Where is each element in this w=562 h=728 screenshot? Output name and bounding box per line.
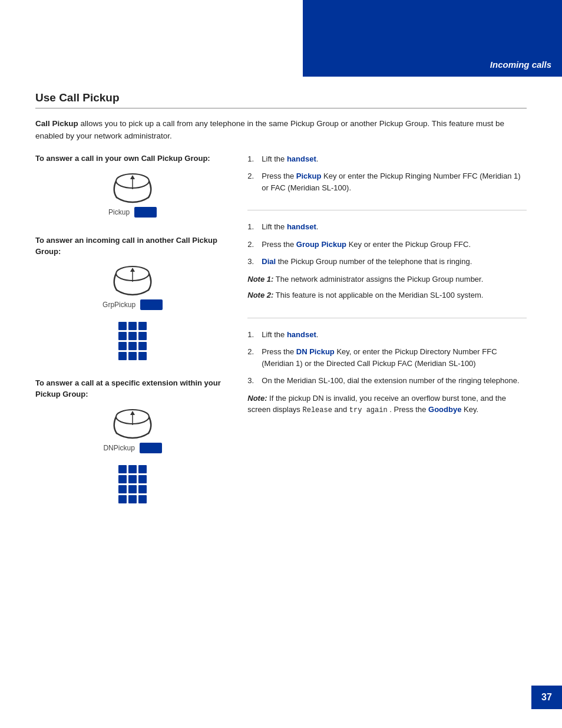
specific-ext-steps-list: 1. Lift the handset. 2. Press the DN Pic… <box>247 329 527 387</box>
release-mono: Release <box>302 406 332 414</box>
handset-link-1: handset <box>287 154 316 163</box>
final-note-key: Key. <box>464 405 478 414</box>
key-4 <box>118 332 127 340</box>
grppickup-label: GrpPickup <box>103 301 135 309</box>
step-text-5: Dial the Pickup Group number of the tele… <box>262 256 527 268</box>
dnpickup-label: DNPickup <box>103 444 134 452</box>
step-num-1: 1. <box>247 153 258 165</box>
another-group-steps-list: 1. Lift the handset. 2. Press the Group … <box>247 221 527 268</box>
page-number-badge: 37 <box>531 686 562 709</box>
step-num-2: 2. <box>247 170 258 182</box>
key-6b <box>138 475 147 483</box>
key-1b <box>118 465 127 473</box>
key-5 <box>128 332 137 340</box>
handset-link-3: handset <box>287 330 316 339</box>
step-num-3: 1. <box>247 221 258 233</box>
note-1: Note 1: The network administrator assign… <box>247 274 527 285</box>
goodbye-link: Goodbye <box>428 405 461 414</box>
svg-marker-5 <box>130 268 135 272</box>
key-1 <box>118 322 127 330</box>
grppickup-key-btn <box>140 299 163 310</box>
keypad-wrap-3 <box>35 459 230 503</box>
step-text-8: On the Meridian SL-100, dial the extensi… <box>262 375 527 387</box>
two-column-layout: To answer a call in your own Call Pickup… <box>35 153 527 521</box>
key-7 <box>118 342 127 350</box>
keypad-grid-2 <box>118 322 147 360</box>
header-banner: Incoming calls <box>303 0 562 77</box>
intro-paragraph: Call Pickup allows you to pick up a call… <box>35 118 518 143</box>
step-text-7: Press the DN Pickup Key, or enter the Pi… <box>262 346 527 369</box>
note-1-label: Note 1: <box>247 275 273 284</box>
subsection-own-group-label: To answer a call in your own Call Pickup… <box>35 153 230 164</box>
page-number: 37 <box>541 692 552 703</box>
subsection-another-group: To answer an incoming call in another Ca… <box>35 235 230 361</box>
intro-bold: Call Pickup <box>35 119 78 128</box>
key-8 <box>128 342 137 350</box>
right-column: 1. Lift the handset. 2. Press the Pickup… <box>242 153 527 521</box>
key-2b <box>128 465 137 473</box>
key-11b <box>128 495 137 503</box>
pickup-key-btn <box>134 207 157 218</box>
steps-own-group: 1. Lift the handset. 2. Press the Pickup… <box>247 153 527 194</box>
phone-svg-3 <box>106 407 159 440</box>
left-column: To answer a call in your own Call Pickup… <box>35 153 242 521</box>
final-note-label: Note: <box>247 394 267 403</box>
subsection-another-group-label: To answer an incoming call in another Ca… <box>35 235 230 258</box>
pickup-link: Pickup <box>296 172 322 180</box>
step-num-5: 3. <box>247 256 258 268</box>
key-7b <box>118 485 127 493</box>
key-3b <box>138 465 147 473</box>
step-num-8: 3. <box>247 375 258 387</box>
tryagain-mono: try again <box>349 406 388 414</box>
step-text-3: Lift the handset. <box>262 221 527 233</box>
section-title: Use Call Pickup <box>35 91 527 108</box>
steps-specific-ext: 1. Lift the handset. 2. Press the DN Pic… <box>247 329 527 416</box>
step-num-7: 2. <box>247 346 258 358</box>
separator-1 <box>247 210 527 210</box>
another-group-step-1: 1. Lift the handset. <box>247 221 527 233</box>
grppickup-link: Group Pickup <box>296 240 346 249</box>
key-5b <box>128 475 137 483</box>
svg-marker-8 <box>130 411 135 415</box>
key-9 <box>138 342 147 350</box>
subsection-specific-ext-label: To answer a call at a specific extension… <box>35 378 230 400</box>
another-group-step-3: 3. Dial the Pickup Group number of the t… <box>247 256 527 268</box>
steps-another-group: 1. Lift the handset. 2. Press the Group … <box>247 221 527 301</box>
phone-svg-2 <box>106 264 159 297</box>
note-2: Note 2: This feature is not applicable o… <box>247 289 527 301</box>
phone-label-row-2: GrpPickup <box>103 299 163 310</box>
dnpickup-key-btn <box>140 443 162 453</box>
intro-text: allows you to pick up a call from any te… <box>35 119 504 140</box>
final-note: Note: If the pickup DN is invalid, you r… <box>247 393 527 416</box>
specific-ext-step-3: 3. On the Meridian SL-100, dial the exte… <box>247 375 527 387</box>
note-2-label: Note 2: <box>247 291 273 299</box>
final-note-text-after: . Press the <box>389 405 428 414</box>
dnpickup-link: DN Pickup <box>296 347 335 356</box>
specific-ext-step-1: 1. Lift the handset. <box>247 329 527 341</box>
step-text-2: Press the Pickup Key or enter the Pickup… <box>262 170 527 193</box>
key-12 <box>138 352 147 360</box>
another-group-step-2: 2. Press the Group Pickup Key or enter t… <box>247 239 527 251</box>
phone-illustration-2: GrpPickup <box>35 264 230 310</box>
pickup-label: Pickup <box>108 208 130 216</box>
key-6 <box>138 332 147 340</box>
subsection-specific-ext: To answer a call at a specific extension… <box>35 378 230 503</box>
phone-illustration-1: Pickup <box>35 172 230 218</box>
step-num-6: 1. <box>247 329 258 341</box>
key-8b <box>128 485 137 493</box>
dial-link: Dial <box>262 257 276 266</box>
step-text-6: Lift the handset. <box>262 329 527 341</box>
key-12b <box>138 495 147 503</box>
svg-marker-2 <box>130 175 135 179</box>
own-group-step-1: 1. Lift the handset. <box>247 153 527 165</box>
key-10b <box>118 495 127 503</box>
specific-ext-step-2: 2. Press the DN Pickup Key, or enter the… <box>247 346 527 369</box>
step-num-4: 2. <box>247 239 258 251</box>
phone-label-row-3: DNPickup <box>103 443 161 453</box>
keypad-grid-3 <box>118 465 147 503</box>
key-2 <box>128 322 137 330</box>
own-group-steps-list: 1. Lift the handset. 2. Press the Pickup… <box>247 153 527 194</box>
handset-link-2: handset <box>287 222 316 231</box>
separator-2 <box>247 318 527 318</box>
subsection-own-group: To answer a call in your own Call Pickup… <box>35 153 230 218</box>
